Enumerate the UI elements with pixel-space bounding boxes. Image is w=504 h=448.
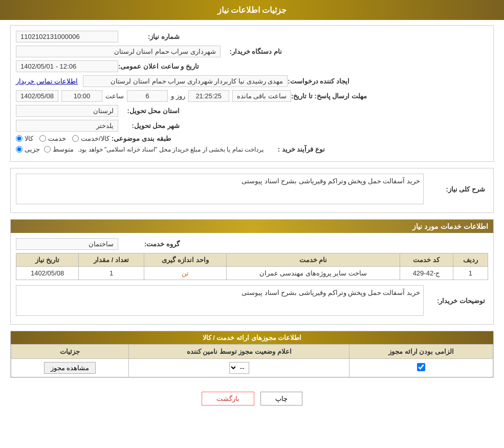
purchase-type-row: نوع فرآیند خرید : پرداخت تمام یا بخشی از… bbox=[16, 145, 488, 153]
deadline-row: مهلت ارسال پاسخ: تا تاریخ: ساعت باقی مان… bbox=[16, 90, 488, 102]
col-header-name: نام خدمت bbox=[227, 253, 400, 267]
buyer-org-value: شهرداری سراب حمام استان لرستان bbox=[16, 46, 221, 57]
deadline-remaining-value: 21:25:25 bbox=[188, 90, 229, 102]
deadline-days-value: 6 bbox=[127, 90, 168, 102]
category-row: طبقه بندی موضوعی: کالا/خدمت خدمت کالا bbox=[16, 135, 488, 142]
date-label: تاریخ و ساعت اعلان عمومی: bbox=[118, 62, 199, 70]
city-label: شهر محل تحویل: bbox=[118, 122, 180, 130]
province-row: استان محل تحویل: لرستان bbox=[16, 105, 488, 117]
need-desc-label: شرح کلی نیاز: bbox=[424, 185, 485, 193]
permit-table: الزامی بودن ارائه مجوز اعلام وضعیت مجوز … bbox=[11, 344, 493, 377]
time-label: ساعت bbox=[105, 92, 124, 100]
print-button[interactable]: چاپ bbox=[260, 392, 302, 406]
need-desc-row: شرح کلی نیاز: خرید آسفالت حمل وپخش وتراک… bbox=[16, 174, 488, 204]
purchase-type-option-1[interactable]: جزیی bbox=[16, 145, 40, 153]
back-button[interactable]: بازگشت bbox=[202, 392, 254, 406]
service-info-title: اطلاعات خدمات مورد نیاز bbox=[412, 222, 488, 230]
deadline-fields: ساعت باقی مانده 21:25:25 روز و 6 ساعت 10… bbox=[16, 90, 291, 102]
table-row: -- مشاهده مجوز bbox=[11, 359, 493, 377]
category-option-2[interactable]: خدمت bbox=[39, 135, 66, 142]
date-row: تاریخ و ساعت اعلان عمومی: 1402/05/01 - 1… bbox=[16, 60, 488, 72]
permit-details-cell: مشاهده مجوز bbox=[11, 359, 129, 377]
deadline-remaining-label: ساعت باقی مانده bbox=[232, 90, 291, 102]
creator-label: ایجاد کننده درخواست: bbox=[288, 77, 349, 85]
category-label: طبقه بندی موضوعی: bbox=[109, 135, 171, 142]
table-row: 1 ج-42-429 ساخت سایر پروژه‌های مهندسی عم… bbox=[16, 267, 488, 280]
contact-link[interactable]: اطلاعات تماس خریدار bbox=[16, 77, 78, 85]
deadline-date-value: 1402/05/08 bbox=[16, 90, 58, 102]
buyer-org-row: نام دستگاه خریدار: شهرداری سراب حمام است… bbox=[16, 46, 488, 57]
purchase-type-group: پرداخت تمام یا بخشی از مبلغ خریداز محل "… bbox=[16, 145, 264, 153]
footer-buttons: چاپ بازگشت bbox=[10, 384, 494, 416]
col-header-row: ردیف bbox=[453, 253, 488, 267]
permit-required-cell bbox=[349, 359, 493, 377]
col-header-quantity: تعداد / مقدار bbox=[79, 253, 144, 267]
buyer-desc-text: خرید آسفالت حمل وپخش وتراکم وقیرپاشی بشر… bbox=[242, 289, 420, 296]
deadline-label: مهلت ارسال پاسخ: تا تاریخ: bbox=[291, 92, 367, 100]
permit-title: اطلاعات مجوزهای ارائه خدمت / کالا bbox=[203, 334, 302, 342]
buyer-desc-label: توضیحات خریدار: bbox=[424, 297, 485, 305]
permit-col-required: الزامی بودن ارائه مجوز bbox=[349, 345, 493, 359]
buyer-org-label: نام دستگاه خریدار: bbox=[221, 48, 282, 55]
day-label: روز و bbox=[171, 92, 185, 100]
category-option-3[interactable]: کالا/خدمت bbox=[72, 135, 109, 142]
city-row: شهر محل تحویل: یلدختر bbox=[16, 120, 488, 132]
permit-header: اطلاعات مجوزهای ارائه خدمت / کالا bbox=[11, 331, 493, 344]
general-info-section: شماره نیاز: 1102102131000006 نام دستگاه … bbox=[10, 25, 494, 162]
buyer-desc-row: توضیحات خریدار: خرید آسفالت حمل وپخش وتر… bbox=[16, 285, 488, 316]
category-radio-group: کالا/خدمت خدمت کالا bbox=[16, 135, 109, 142]
category-label-3: کالا/خدمت bbox=[81, 135, 109, 142]
service-info-header: اطلاعات خدمات مورد نیاز bbox=[11, 220, 493, 233]
page-title: جزئیات اطلاعات نیاز bbox=[217, 6, 287, 14]
purchase-type-label-2: متوسط bbox=[53, 145, 74, 153]
need-desc-text: خرید آسفالت حمل وپخش وتراکم وقیرپاشی بشر… bbox=[242, 177, 420, 185]
permit-col-status: اعلام وضعیت مجوز توسط نامین کننده bbox=[129, 345, 349, 359]
permit-required-checkbox[interactable] bbox=[417, 363, 425, 371]
service-info-section: اطلاعات خدمات مورد نیاز گروه خدمت: ساختم… bbox=[10, 219, 494, 325]
row-quantity: 1 bbox=[79, 267, 144, 280]
permit-section: اطلاعات مجوزهای ارائه خدمت / کالا الزامی… bbox=[10, 331, 494, 378]
deadline-time-value: 10:00 bbox=[61, 90, 102, 102]
need-number-row: شماره نیاز: 1102102131000006 bbox=[16, 31, 488, 42]
view-permit-button[interactable]: مشاهده مجوز bbox=[44, 362, 96, 374]
need-description-section: شرح کلی نیاز: خرید آسفالت حمل وپخش وتراک… bbox=[10, 168, 494, 213]
category-label-2: خدمت bbox=[48, 135, 66, 142]
need-number-label: شماره نیاز: bbox=[118, 33, 180, 40]
city-value: یلدختر bbox=[16, 120, 118, 132]
service-group-row: گروه خدمت: ساختمان bbox=[16, 238, 488, 250]
page-header: جزئیات اطلاعات نیاز bbox=[0, 0, 504, 20]
col-header-unit: واحد اندازه گیری bbox=[144, 253, 226, 267]
service-group-label: گروه خدمت: bbox=[118, 240, 180, 248]
date-value: 1402/05/01 - 12:06 bbox=[16, 60, 118, 72]
row-code: ج-42-429 bbox=[400, 267, 453, 280]
permit-status-cell: -- bbox=[129, 359, 349, 377]
need-number-value: 1102102131000006 bbox=[16, 31, 118, 42]
province-label: استان محل تحویل: bbox=[118, 107, 180, 115]
row-date: 1402/05/08 bbox=[16, 267, 79, 280]
buyer-desc-box: خرید آسفالت حمل وپخش وتراکم وقیرپاشی بشر… bbox=[16, 285, 424, 316]
province-value: لرستان bbox=[16, 105, 118, 117]
row-name: ساخت سایر پروژه‌های مهندسی عمران bbox=[227, 267, 400, 280]
category-label-1: کالا bbox=[25, 135, 33, 142]
purchase-type-option-2[interactable]: متوسط bbox=[44, 145, 74, 153]
col-header-date: تاریخ نیاز bbox=[16, 253, 79, 267]
service-table: ردیف کد خدمت نام خدمت واحد اندازه گیری ت… bbox=[16, 253, 488, 280]
row-unit: تن bbox=[144, 267, 226, 280]
permit-status-select[interactable]: -- bbox=[229, 362, 249, 374]
category-option-1[interactable]: کالا bbox=[16, 135, 33, 142]
purchase-type-label-1: جزیی bbox=[25, 145, 40, 153]
row-number: 1 bbox=[453, 267, 488, 280]
service-group-value: ساختمان bbox=[16, 238, 118, 250]
creator-row: ایجاد کننده درخواست: مهدی رشیدی نیا کارب… bbox=[16, 75, 488, 87]
purchase-type-label: نوع فرآیند خرید : bbox=[264, 145, 325, 153]
need-desc-box: خرید آسفالت حمل وپخش وتراکم وقیرپاشی بشر… bbox=[16, 174, 424, 204]
purchase-type-note: پرداخت تمام یا بخشی از مبلغ خریداز محل "… bbox=[78, 146, 264, 153]
col-header-code: کد خدمت bbox=[400, 253, 453, 267]
permit-col-details: جزئیات bbox=[11, 345, 129, 359]
creator-value: مهدی رشیدی نیا کاربردار شهرداری سراب حما… bbox=[83, 75, 288, 87]
